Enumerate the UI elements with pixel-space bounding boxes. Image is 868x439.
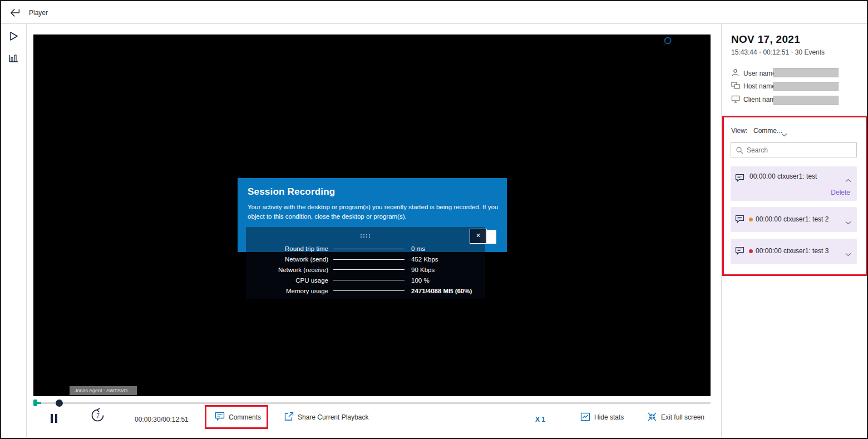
stat-sparkline (333, 280, 405, 280)
stat-value: 452 Kbps (410, 256, 485, 263)
stat-sparkline (333, 249, 405, 249)
time-display: 00:00:30/00:12:51 (135, 414, 189, 425)
dialog-title: Session Recording (248, 186, 335, 198)
stats-table: Round trip time 0 ms Network (send) 452 … (246, 244, 485, 296)
video-surface[interactable]: Session Recording Your activity with the… (33, 34, 711, 396)
comment-item[interactable]: 00:00:00 ctxuser1: test 2 (731, 207, 857, 232)
stat-sparkline (333, 259, 405, 260)
comment-delete-link[interactable]: Delete (831, 189, 850, 196)
close-icon[interactable]: × (470, 229, 487, 244)
client-name-value-redacted (773, 96, 839, 105)
stat-label: CPU usage (246, 277, 328, 284)
exit-full-screen-button[interactable]: Exit full screen (647, 412, 704, 423)
comment-item-expanded[interactable]: 00:00:00 ctxuser1: test Delete (731, 166, 857, 201)
stat-sparkline (333, 269, 405, 270)
pause-icon (50, 414, 58, 423)
stat-row: Network (receive) 90 Kbps (246, 265, 485, 275)
pause-button[interactable] (50, 413, 58, 424)
user-name-label: User name: (743, 70, 778, 77)
comment-text: 00:00:00 ctxuser1: test 2 (756, 215, 828, 223)
panel-divider (721, 24, 722, 438)
stat-value: 0 ms (410, 245, 485, 252)
share-playback-button[interactable]: Share Current Playback (284, 412, 368, 423)
host-name-value-redacted (773, 82, 839, 91)
host-icon (731, 82, 740, 91)
comment-bubble-icon (735, 215, 744, 226)
comments-label: Comments (229, 413, 261, 421)
comment-item[interactable]: 00:00:00 ctxuser1: test 3 (731, 239, 857, 264)
stat-sparkline (333, 290, 405, 291)
stat-value: 90 Kbps (410, 267, 485, 273)
exit-full-screen-label: Exit full screen (661, 413, 704, 421)
user-name-value-redacted (773, 68, 839, 77)
chevron-up-icon[interactable] (845, 175, 851, 185)
comment-text: 00:00:00 ctxuser1: test 3 (756, 247, 828, 255)
playback-speed-button[interactable]: X 1 (535, 414, 545, 425)
page-title: Player (29, 9, 48, 17)
stat-label: Network (send) (246, 256, 328, 263)
recording-date: NOV 17, 2021 (731, 33, 800, 46)
dialog-body-text: Your activity with the desktop or progra… (248, 203, 502, 221)
exit-full-screen-icon (647, 412, 657, 423)
stat-row: Network (send) 452 Kbps (246, 254, 485, 265)
hide-stats-label: Hide stats (594, 413, 624, 421)
stat-label: Memory usage (246, 288, 328, 294)
skip-back-button[interactable]: 7 (90, 410, 105, 421)
share-icon (284, 412, 294, 423)
event-marker[interactable] (33, 399, 37, 406)
chevron-down-icon[interactable] (845, 217, 851, 227)
stats-chart-icon (580, 412, 590, 423)
replay-7-icon: 7 (90, 408, 105, 423)
pointer-marker-icon (661, 36, 673, 48)
comment-severity-dot (749, 218, 753, 221)
comments-button[interactable]: Comments (215, 412, 261, 423)
events-stats-view-icon[interactable] (7, 52, 21, 65)
stat-label: Network (receive) (246, 267, 328, 273)
comment-bubble-icon (735, 246, 744, 258)
agent-session-label: Jonas Agent - AWTSVD... (70, 386, 137, 395)
stat-label: Round trip time (246, 245, 328, 252)
player-window: Player Session Recording Your activity w… (0, 0, 868, 439)
stat-value: 2471/4088 MB (60%) (410, 288, 485, 294)
host-name-label: Host name: (743, 82, 777, 90)
stat-row: Memory usage 2471/4088 MB (60%) (246, 285, 485, 296)
top-bar: Player (1, 1, 867, 24)
comment-text: 00:00:00 ctxuser1: test (749, 172, 817, 180)
comment-bubble-icon (735, 174, 744, 185)
view-label: View: (731, 127, 747, 135)
stats-overlay: Round trip time 0 ms Network (send) 452 … (246, 227, 485, 299)
stat-row: CPU usage 100 % (246, 275, 485, 285)
seek-handle[interactable] (56, 399, 63, 407)
seek-track[interactable] (33, 402, 711, 404)
player-view-icon[interactable] (7, 30, 21, 43)
left-rail (1, 24, 27, 438)
view-dropdown[interactable]: Comme... (753, 127, 782, 135)
user-icon (731, 68, 740, 77)
comments-icon (215, 412, 225, 423)
chevron-down-icon[interactable] (781, 129, 787, 139)
hide-stats-button[interactable]: Hide stats (580, 412, 624, 423)
svg-text:7: 7 (96, 413, 100, 419)
search-box (731, 142, 857, 157)
search-icon (736, 146, 743, 156)
drag-handle-icon[interactable] (359, 230, 372, 240)
recording-meta: 15:43:44 · 00:12:51 · 30 Events (731, 48, 825, 56)
stat-row: Round trip time 0 ms (246, 244, 485, 254)
back-icon[interactable] (8, 6, 22, 20)
seek-bar[interactable] (33, 399, 711, 407)
search-input[interactable] (731, 143, 856, 157)
stat-value: 100 % (410, 277, 485, 284)
share-label: Share Current Playback (298, 413, 368, 421)
chevron-down-icon[interactable] (845, 249, 851, 259)
client-monitor-icon (731, 95, 740, 104)
comment-severity-dot (749, 249, 753, 253)
